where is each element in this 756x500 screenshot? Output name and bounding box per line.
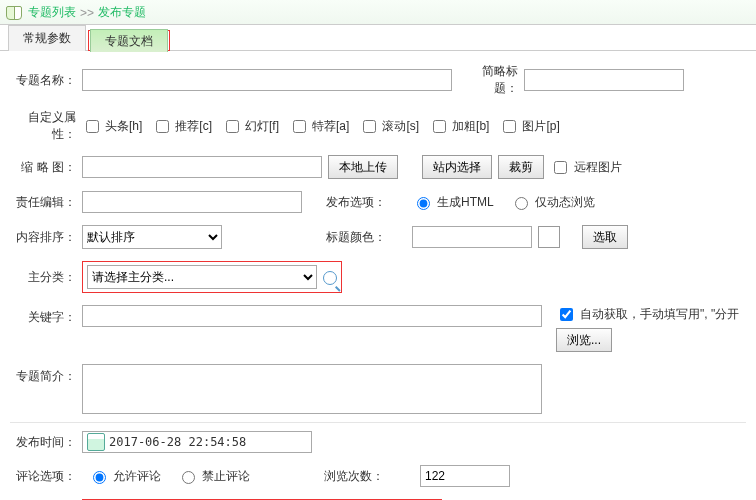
divider <box>10 422 746 423</box>
calendar-icon <box>87 433 105 451</box>
attr-scroll[interactable]: 滚动[s] <box>359 117 419 136</box>
local-upload-button[interactable]: 本地上传 <box>328 155 398 179</box>
label-main-cat: 主分类： <box>10 269 82 286</box>
breadcrumb-list[interactable]: 专题列表 <box>28 4 76 21</box>
breadcrumb: 专题列表 >> 发布专题 <box>28 4 146 21</box>
label-views: 浏览次数： <box>320 468 390 485</box>
keywords-input[interactable] <box>82 305 542 327</box>
label-thumb: 缩 略 图： <box>10 159 82 176</box>
name-input[interactable] <box>82 69 452 91</box>
keywords-browse-button[interactable]: 浏览... <box>556 328 612 352</box>
attr-bold[interactable]: 加粗[b] <box>429 117 489 136</box>
attr-bold-chk[interactable] <box>433 120 446 133</box>
search-icon[interactable] <box>323 271 337 285</box>
views-input[interactable] <box>420 465 510 487</box>
tab-doc-highlight: 专题文档 <box>88 30 170 51</box>
editor-input[interactable] <box>82 191 302 213</box>
attr-scroll-chk[interactable] <box>363 120 376 133</box>
pub-time-field[interactable]: 2017-06-28 22:54:58 <box>82 431 312 453</box>
tab-general-label: 常规参数 <box>23 31 71 45</box>
color-swatch[interactable] <box>538 226 560 248</box>
attr-slide[interactable]: 幻灯[f] <box>222 117 279 136</box>
label-pub-time: 发布时间： <box>10 434 82 451</box>
thumb-input[interactable] <box>82 156 322 178</box>
comment-group: 允许评论 禁止评论 <box>88 468 250 485</box>
tab-general[interactable]: 常规参数 <box>8 25 86 51</box>
pub-time-value: 2017-06-28 22:54:58 <box>109 435 246 449</box>
attr-recommend-chk[interactable] <box>156 120 169 133</box>
page-header: 专题列表 >> 发布专题 <box>0 0 756 25</box>
main-cat-select[interactable]: 请选择主分类... <box>87 265 317 289</box>
auto-fetch-chk[interactable] <box>560 308 573 321</box>
label-title-color: 标题颜色： <box>322 229 392 246</box>
intro-textarea[interactable] <box>82 364 542 414</box>
comment-forbid-radio[interactable] <box>182 471 195 484</box>
attr-special-chk[interactable] <box>293 120 306 133</box>
attr-slide-chk[interactable] <box>226 120 239 133</box>
breadcrumb-sep: >> <box>80 6 94 20</box>
attr-group: 头条[h] 推荐[c] 幻灯[f] 特荐[a] 滚动[s] 加粗[b] 图片[p… <box>82 117 560 136</box>
form-area: 专题名称： 简略标题： 自定义属性： 头条[h] 推荐[c] 幻灯[f] 特荐[… <box>0 51 756 500</box>
sort-select[interactable]: 默认排序 <box>82 225 222 249</box>
crop-button[interactable]: 裁剪 <box>498 155 544 179</box>
comment-allow-radio[interactable] <box>93 471 106 484</box>
title-color-input[interactable] <box>412 226 532 248</box>
remote-image-option[interactable]: 远程图片 <box>550 158 622 177</box>
label-custom-attr: 自定义属性： <box>10 109 82 143</box>
short-title-input[interactable] <box>524 69 684 91</box>
attr-headline[interactable]: 头条[h] <box>82 117 142 136</box>
label-intro: 专题简介： <box>10 364 82 385</box>
label-pub-option: 发布选项： <box>322 194 392 211</box>
attr-headline-chk[interactable] <box>86 120 99 133</box>
pub-gen-html-radio[interactable] <box>417 197 430 210</box>
pub-dynamic-radio[interactable] <box>515 197 528 210</box>
pub-gen-html[interactable]: 生成HTML <box>412 194 494 211</box>
main-cat-highlight: 请选择主分类... <box>82 261 342 293</box>
breadcrumb-current: 发布专题 <box>98 4 146 21</box>
attr-image-chk[interactable] <box>503 120 516 133</box>
auto-fetch-option[interactable]: 自动获取，手动填写用", "分开 <box>556 305 739 324</box>
comment-forbid[interactable]: 禁止评论 <box>177 468 250 485</box>
pub-dynamic[interactable]: 仅动态浏览 <box>510 194 595 211</box>
label-name: 专题名称： <box>10 72 82 89</box>
tab-bar: 常规参数 专题文档 <box>0 25 756 51</box>
label-sort: 内容排序： <box>10 229 82 246</box>
site-select-button[interactable]: 站内选择 <box>422 155 492 179</box>
comment-allow[interactable]: 允许评论 <box>88 468 161 485</box>
label-short-title: 简略标题： <box>462 63 524 97</box>
label-editor: 责任编辑： <box>10 194 82 211</box>
attr-image[interactable]: 图片[p] <box>499 117 559 136</box>
label-comment: 评论选项： <box>10 468 82 485</box>
attr-special[interactable]: 特荐[a] <box>289 117 349 136</box>
pub-option-group: 生成HTML 仅动态浏览 <box>412 194 595 211</box>
pick-color-button[interactable]: 选取 <box>582 225 628 249</box>
attr-recommend[interactable]: 推荐[c] <box>152 117 212 136</box>
label-keywords: 关键字： <box>10 305 82 326</box>
tab-doc[interactable]: 专题文档 <box>90 29 168 52</box>
remote-image-chk[interactable] <box>554 161 567 174</box>
tab-doc-label: 专题文档 <box>105 34 153 48</box>
book-icon <box>6 6 22 20</box>
